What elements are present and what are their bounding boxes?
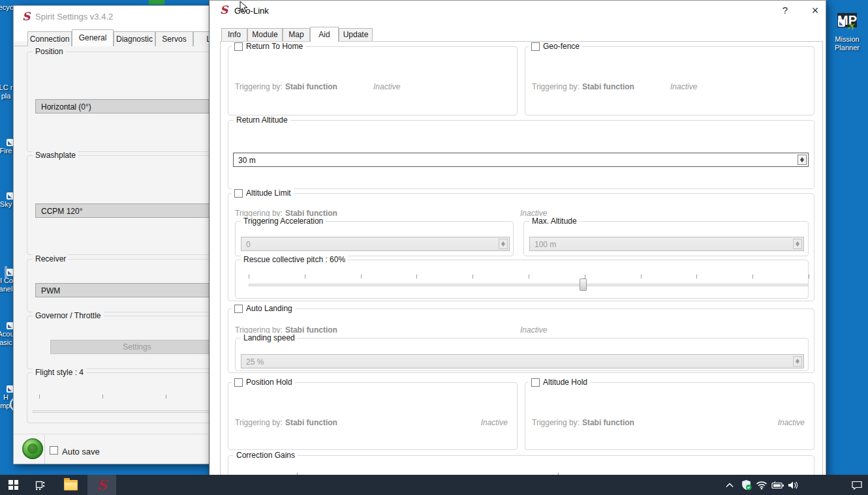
- volume-tray-icon[interactable]: [784, 475, 801, 495]
- shortcut-arrow-icon: [838, 20, 845, 27]
- windows-logo-icon: [8, 480, 18, 490]
- desktop: { "desktop": { "background_color": "#127…: [0, 0, 868, 495]
- altitude-limit-checkbox[interactable]: [234, 189, 243, 198]
- swashplate-combobox[interactable]: CCPM 120°: [35, 203, 223, 218]
- status-inactive: Inactive: [670, 82, 697, 91]
- flight-style-slider-track[interactable]: [33, 410, 225, 413]
- status-inactive: Inactive: [778, 418, 805, 427]
- tab-info[interactable]: Info: [221, 28, 247, 41]
- spirit-window-title: Spirit Settings v3.4.2: [35, 12, 113, 22]
- spinner-buttons[interactable]: [798, 155, 807, 165]
- max-altitude-spinbox[interactable]: 100 m: [529, 237, 804, 251]
- hidden-desktop-icon-sliver: [149, 0, 164, 5]
- task-view-button[interactable]: [26, 475, 52, 495]
- triggering-by-value: Stabi function: [582, 418, 634, 427]
- spirit-app-icon: S: [97, 477, 106, 493]
- spinner-buttons[interactable]: [499, 239, 508, 249]
- flight-style-group-label: Flight style : 4: [33, 368, 86, 377]
- triggering-by-row: Triggering by:Stabi function: [532, 82, 634, 91]
- notification-icon: [851, 480, 863, 490]
- rescue-collective-pitch-group-label: Rescue collective pitch : 60%: [241, 255, 348, 264]
- triggering-by-row: Triggering by:Stabi function: [532, 418, 634, 427]
- geolink-window: S Geo-Link ? × Info Module Map Aid Updat…: [209, 0, 826, 486]
- tray-expand-button[interactable]: [721, 475, 739, 495]
- rescue-pitch-slider-ticks: [249, 275, 809, 278]
- return-altitude-spinbox[interactable]: 30 m: [233, 153, 809, 167]
- spinner-buttons[interactable]: [793, 356, 802, 367]
- landing-speed-value[interactable]: 25 %: [241, 355, 792, 368]
- triggering-by-label: Triggering by:: [532, 82, 580, 91]
- auto-save-checkbox[interactable]: [50, 446, 58, 455]
- geo-fence-checkbox[interactable]: [531, 42, 540, 51]
- auto-save-label: Auto save: [62, 447, 100, 457]
- footer-separator: [44, 435, 45, 464]
- file-explorer-button[interactable]: [57, 475, 84, 495]
- receiver-group-label: Receiver: [33, 254, 69, 263]
- landing-speed-spinbox[interactable]: 25 %: [241, 354, 804, 368]
- geo-fence-label: Geo-fence: [543, 42, 580, 51]
- file-explorer-icon: [64, 480, 78, 490]
- auto-landing-checkbox[interactable]: [234, 305, 243, 313]
- tab-general[interactable]: General: [72, 29, 114, 46]
- help-button[interactable]: ?: [775, 2, 795, 19]
- speaker-icon: [788, 481, 798, 490]
- triggering-acceleration-value[interactable]: 0: [241, 237, 497, 250]
- triggering-acceleration-group-label: Triggering Acceleration: [241, 217, 326, 226]
- control-panel-icon: [5, 266, 7, 278]
- tab-module[interactable]: Module: [247, 28, 283, 41]
- auto-landing-label: Auto Landing: [246, 304, 292, 313]
- tab-servos[interactable]: Servos: [155, 31, 193, 46]
- desktop-icon-mission-planner[interactable]: MP ✈ Mission Planner: [830, 5, 864, 52]
- triggering-acceleration-spinbox[interactable]: 0: [241, 237, 510, 251]
- rescue-pitch-slider-handle[interactable]: [580, 278, 587, 291]
- triggering-by-label: Triggering by:: [532, 418, 580, 427]
- return-to-home-checkbox[interactable]: [234, 42, 243, 51]
- altitude-limit-label: Altitude Limit: [246, 188, 291, 198]
- triggering-by-row: Triggering by:Stabi function: [235, 82, 337, 91]
- position-group-label: Position: [33, 47, 66, 56]
- spirit-taskbar-button[interactable]: S: [87, 475, 116, 495]
- return-to-home-label: Return To Home: [246, 42, 303, 51]
- governor-settings-button[interactable]: Settings: [50, 340, 224, 354]
- triggering-by-value: Stabi function: [285, 82, 337, 91]
- mouse-cursor: [240, 1, 248, 14]
- tab-diagnostic[interactable]: Diagnostic: [114, 31, 155, 46]
- position-combobox[interactable]: Horizontal (0°): [35, 99, 223, 113]
- position-hold-label: Position Hold: [246, 378, 292, 387]
- wifi-tray-icon[interactable]: [753, 475, 770, 495]
- max-altitude-group-label: Max. Altitude: [529, 217, 580, 226]
- tab-map[interactable]: Map: [283, 28, 310, 41]
- return-altitude-group-label: Return Altitude: [234, 115, 290, 125]
- geolink-logo-icon: S: [220, 5, 228, 16]
- connection-led-indicator: [22, 438, 43, 459]
- triggering-by-value: Stabi function: [285, 418, 337, 427]
- position-hold-checkbox[interactable]: [234, 378, 243, 387]
- mission-planner-icon: MP ✈: [837, 13, 857, 27]
- return-altitude-value[interactable]: 30 m: [234, 153, 796, 166]
- desktop-icon-label: Planner: [830, 44, 864, 52]
- status-inactive: Inactive: [481, 418, 508, 427]
- tab-connection[interactable]: Connection: [27, 31, 72, 46]
- battery-charging-icon: [771, 481, 785, 490]
- spirit-logo-icon: S: [22, 11, 30, 22]
- status-inactive: Inactive: [520, 325, 547, 335]
- spirit-settings-window: S Spirit Settings v3.4.2 Connection Gene…: [13, 5, 238, 464]
- task-view-icon: [34, 480, 45, 490]
- security-tray-icon[interactable]: [737, 475, 754, 495]
- triggering-by-label: Triggering by:: [235, 418, 283, 427]
- altitude-hold-checkbox[interactable]: [531, 378, 540, 387]
- tab-aid[interactable]: Aid: [310, 27, 339, 42]
- action-center-button[interactable]: [846, 475, 868, 495]
- start-button[interactable]: [0, 475, 26, 495]
- tab-update[interactable]: Update: [339, 28, 373, 41]
- triggering-by-value: Stabi function: [582, 82, 634, 91]
- status-inactive: Inactive: [373, 82, 400, 91]
- altitude-hold-label: Altitude Hold: [543, 378, 587, 387]
- close-button[interactable]: ×: [805, 2, 825, 19]
- receiver-combobox[interactable]: PWM: [35, 283, 223, 297]
- max-altitude-value[interactable]: 100 m: [530, 237, 792, 250]
- spinner-buttons[interactable]: [793, 239, 802, 249]
- governor-group-label: Governor / Throttle: [33, 311, 104, 320]
- rescue-pitch-slider-track[interactable]: [249, 284, 809, 286]
- triggering-by-row: Triggering by:Stabi function: [235, 418, 337, 427]
